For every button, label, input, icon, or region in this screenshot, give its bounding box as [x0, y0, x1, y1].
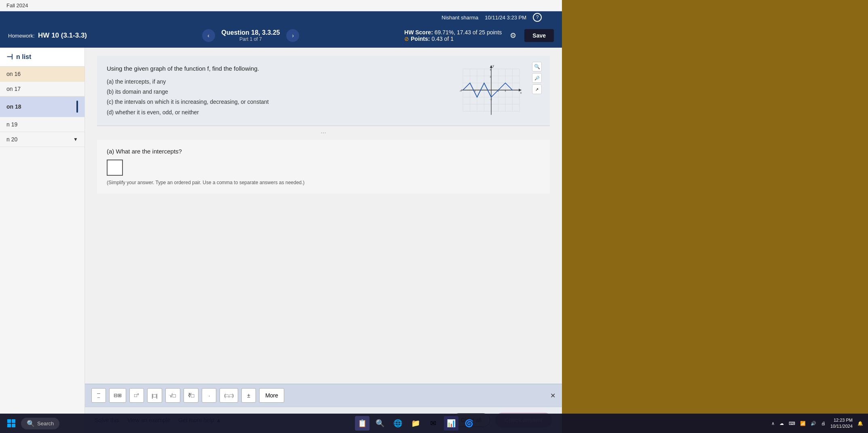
answer-box: (a) What are the intercepts? (Simplify y…: [97, 140, 550, 193]
search-placeholder: Search: [37, 420, 54, 427]
sidebar-item-label: n 20: [6, 136, 17, 143]
svg-text:x: x: [520, 91, 522, 94]
sidebar-header: ⊣ n list: [0, 48, 84, 67]
question-box: Using the given graph of the function f,…: [97, 56, 550, 126]
zoom-in-button[interactable]: 🔍: [532, 62, 542, 71]
content-area: ⊣ n list on 16 on 17 on 18 n 19 n 20: [0, 48, 562, 433]
score-section: HW Score: 69.71%, 17.43 of 25 points ⊘ P…: [404, 29, 554, 42]
answer-input-box[interactable]: [107, 160, 123, 176]
ordered-pair-btn[interactable]: (□,□): [220, 388, 238, 403]
sidebar-list: on 16 on 17 on 18 n 19 n 20 ▼: [0, 67, 84, 433]
function-graph: x y 4 2 -4 -2 2 4 -2: [457, 62, 526, 118]
svg-text:4: 4: [490, 68, 492, 71]
graph-zoom-controls: 🔍 🔎 ↗: [532, 62, 542, 94]
start-button[interactable]: [5, 417, 18, 430]
taskbar-app-5[interactable]: ✉: [426, 416, 441, 431]
external-link-button[interactable]: ↗: [532, 84, 542, 94]
sidebar-item-label: on 17: [6, 86, 21, 92]
fraction-btn[interactable]: ──: [91, 388, 106, 403]
sidebar-item-16[interactable]: on 16: [0, 67, 84, 82]
sidebar-item-20[interactable]: n 20 ▼: [0, 132, 84, 147]
next-question-button[interactable]: ›: [286, 29, 299, 42]
sidebar-item-19[interactable]: n 19: [0, 117, 84, 132]
svg-text:4: 4: [505, 89, 506, 92]
question-info: Question 18, 3.3.25 Part 1 of 7: [222, 29, 280, 42]
taskbar-app-3[interactable]: 🌐: [391, 416, 405, 431]
volume-icon: 🔊: [811, 421, 816, 426]
win-sq-3: [7, 424, 11, 427]
question-nav: ‹ Question 18, 3.3.25 Part 1 of 7 ›: [97, 29, 404, 42]
save-button[interactable]: Save: [524, 29, 554, 42]
scroll-indicator: [76, 101, 78, 113]
help-icon[interactable]: ?: [533, 13, 542, 22]
sidebar: ⊣ n list on 16 on 17 on 18 n 19 n 20: [0, 48, 85, 433]
question-area: Using the given graph of the function f,…: [85, 48, 562, 433]
answer-input-area: [107, 160, 540, 176]
search-icon: 🔍: [27, 420, 35, 427]
plus-minus-btn[interactable]: ±: [241, 388, 256, 403]
taskbar-apps: 📋 🔍 🌐 📁 ✉ 📊 🌀: [63, 416, 768, 431]
user-name: Nishant sharma: [441, 15, 478, 21]
collapse-icon[interactable]: ⊣: [6, 53, 13, 61]
search-bar[interactable]: 🔍 Search: [21, 418, 59, 429]
notification-icon[interactable]: 🔔: [857, 421, 863, 426]
semester-label: Fall 2024: [6, 2, 28, 8]
nav-header: Homework: HW 10 (3.1-3.3) ‹ Question 18,…: [0, 23, 562, 48]
taskbar-right: ∧ ☁ ⌨ 📶 🔊 🖨 12:23 PM 10/11/2024 🔔: [771, 417, 863, 430]
decimal-btn[interactable]: ·: [202, 388, 216, 403]
taskbar-app-7[interactable]: 🌀: [462, 416, 476, 431]
mixed-number-btn[interactable]: ⊟⊞: [109, 388, 126, 403]
taskbar-time-display: 12:23 PM: [830, 417, 853, 423]
keyboard-icon: ⌨: [789, 421, 795, 426]
zoom-out-button[interactable]: 🔎: [532, 73, 542, 83]
user-datetime: 10/11/24 3:23 PM: [485, 15, 526, 21]
win-sq-2: [12, 419, 15, 423]
question-content: Using the given graph of the function f,…: [85, 48, 562, 384]
svg-text:2: 2: [490, 75, 492, 78]
svg-text:-4: -4: [459, 89, 462, 92]
sqrt-btn[interactable]: √□: [165, 388, 180, 403]
printer-icon: 🖨: [821, 421, 826, 426]
system-tray-icon-1: ∧: [771, 421, 775, 426]
abs-value-btn[interactable]: |□|: [147, 388, 162, 403]
sidebar-item-label: n 19: [6, 121, 17, 128]
taskbar-app-4[interactable]: 📁: [408, 416, 423, 431]
homework-title: Homework: HW 10 (3.1-3.3): [8, 32, 97, 40]
points-text: ⊘ Points: 0.43 of 1: [404, 36, 502, 42]
question-label: Question 18, 3.3.25: [222, 29, 280, 36]
cloud-icon: ☁: [779, 421, 784, 426]
user-info-bar: Nishant sharma 10/11/24 3:23 PM ?: [0, 11, 562, 23]
hw-score-text: HW Score: 69.71%, 17.43 of 25 points: [404, 29, 502, 36]
cbrt-btn[interactable]: ∛□: [184, 388, 199, 403]
svg-marker-19: [490, 65, 493, 68]
win-sq-1: [7, 419, 11, 423]
divider-dots[interactable]: ···: [97, 126, 550, 140]
part-label: Part 1 of 7: [222, 36, 280, 42]
sidebar-item-label: on 16: [6, 71, 21, 77]
sidebar-item-18[interactable]: on 18: [0, 97, 84, 117]
sub-question: (a) What are the intercepts?: [107, 148, 540, 155]
more-button[interactable]: More: [259, 388, 284, 403]
settings-icon[interactable]: ⚙: [510, 31, 516, 40]
taskbar-app-2[interactable]: 🔍: [373, 416, 387, 431]
taskbar-app-6[interactable]: 📊: [444, 416, 458, 431]
svg-text:y: y: [493, 64, 494, 67]
svg-text:-2: -2: [490, 98, 492, 101]
taskbar-date-display: 10/11/2024: [830, 423, 853, 429]
top-bar: Fall 2024: [0, 0, 562, 11]
exponent-btn[interactable]: □°: [129, 388, 144, 403]
taskbar: 🔍 Search 📋 🔍 🌐 📁 ✉ 📊 🌀 ∧ ☁ ⌨ 📶 🔊 🖨 12:23…: [0, 414, 868, 433]
close-toolbar-button[interactable]: ✕: [550, 392, 555, 399]
sidebar-item-17[interactable]: on 17: [0, 82, 84, 97]
wifi-icon: 📶: [800, 421, 806, 426]
win-sq-4: [12, 424, 15, 427]
sidebar-item-label: on 18: [6, 103, 21, 110]
windows-icon: [7, 419, 15, 427]
math-toolbar: ── ⊟⊞ □° |□| √□ ∛□ ·: [85, 384, 562, 407]
score-info: HW Score: 69.71%, 17.43 of 25 points ⊘ P…: [404, 29, 502, 42]
prev-question-button[interactable]: ‹: [202, 29, 215, 42]
taskbar-app-1[interactable]: 📋: [355, 416, 370, 431]
sidebar-title: n list: [16, 53, 31, 61]
hint-text: (Simplify your answer. Type an ordered p…: [107, 180, 540, 185]
taskbar-datetime: 12:23 PM 10/11/2024: [830, 417, 853, 430]
